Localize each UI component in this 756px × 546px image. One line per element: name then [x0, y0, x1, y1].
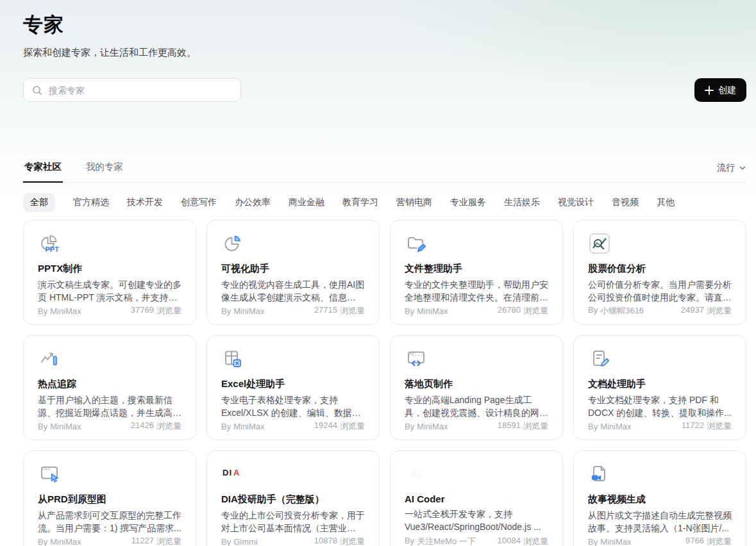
folder-clean-icon — [405, 232, 428, 255]
search-icon — [31, 85, 43, 96]
category-chip[interactable]: 创意写作 — [181, 193, 217, 212]
views-count: 18591 — [498, 420, 521, 432]
card-footer: By Gimmi 10878 浏览量 — [221, 536, 365, 546]
author-name: MiniMax — [600, 537, 631, 546]
views-count: 11227 — [131, 536, 154, 546]
card-views: 27715 浏览量 — [314, 305, 365, 317]
card-footer: By MiniMax 27715 浏览量 — [221, 305, 365, 317]
author-name: MiniMax — [233, 306, 264, 316]
card-author: By MiniMax — [38, 306, 81, 316]
views-label: 浏览量 — [156, 420, 181, 432]
category-chip[interactable]: 商业金融 — [289, 193, 324, 212]
views-label: 浏览量 — [340, 305, 365, 317]
card-footer: By 小螺帽3616 24937 浏览量 — [588, 305, 732, 317]
card-footer: By MiniMax 37769 浏览量 — [38, 305, 181, 317]
card-author: By MiniMax — [588, 537, 632, 546]
browser-cursor-icon — [38, 463, 61, 486]
expert-card[interactable]: 文件整理助手 专业的文件夹整理助手，帮助用户安全地整理和清理文件夹。在清理前自.… — [390, 220, 563, 325]
card-views: 19244 浏览量 — [314, 420, 365, 432]
expert-grid: PPT PPTX制作 演示文稿生成专家。可创建专业的多页 HTML-PPT 演示… — [23, 220, 746, 546]
expert-card[interactable]: 热点追踪 基于用户输入的主题，搜索最新信源、挖掘近期爆点话题，并生成高质... … — [23, 335, 196, 440]
category-chip[interactable]: 视觉设计 — [558, 193, 594, 212]
trend-chart-icon — [38, 347, 61, 370]
category-chip[interactable]: 官方精选 — [73, 193, 109, 212]
card-description: 基于用户输入的主题，搜索最新信源、挖掘近期爆点话题，并生成高质... — [38, 394, 181, 419]
experts-page: 专家 探索和创建专家，让生活和工作更高效。 创建 专家社区 我的专家 流行 全部… — [0, 12, 756, 546]
ai-coder-icon: AI — [405, 463, 428, 486]
stock-analysis-icon — [588, 232, 611, 255]
search-input[interactable] — [49, 85, 233, 95]
card-description: 从产品需求到可交互原型的完整工作流。当用户需要：1) 撰写产品需求... — [38, 509, 181, 534]
by-label: By — [405, 422, 414, 431]
card-title: 可视化助手 — [221, 263, 365, 275]
expert-card[interactable]: PPT PPTX制作 演示文稿生成专家。可创建专业的多页 HTML-PPT 演示… — [23, 220, 196, 325]
expert-card[interactable]: 从PRD到原型图 从产品需求到可交互原型的完整工作流。当用户需要：1) 撰写产品… — [23, 451, 196, 546]
expert-card[interactable]: DI A DIA投研助手（完整版） 专业的上市公司投资分析专家，用于对上市公司基… — [206, 451, 380, 546]
category-chip[interactable]: 专业服务 — [450, 193, 486, 212]
category-chip[interactable]: 音视频 — [612, 193, 639, 212]
views-count: 9766 — [685, 536, 704, 546]
views-count: 24937 — [681, 305, 704, 317]
category-chip[interactable]: 营销电商 — [396, 193, 432, 212]
card-description: 专业的高端Landing Page生成工具，创建视觉震撼、设计精良的网页。 — [405, 394, 548, 419]
author-name: MiniMax — [417, 306, 448, 316]
expert-card[interactable]: 可视化助手 专业的视觉内容生成工具，使用AI图像生成从零创建演示文稿、信息图、.… — [206, 220, 380, 325]
card-footer: By MiniMax 11722 浏览量 — [588, 420, 732, 432]
story-video-icon — [588, 463, 611, 486]
create-button[interactable]: 创建 — [694, 78, 746, 102]
card-views: 21426 浏览量 — [131, 420, 181, 432]
page-title: 专家 — [23, 12, 746, 38]
tab-my-experts[interactable]: 我的专家 — [85, 158, 124, 182]
card-views: 10084 浏览量 — [498, 536, 548, 546]
expert-card[interactable]: AI AI Coder 一站式全栈开发专家，支持 Vue3/React/Spri… — [390, 451, 563, 546]
card-author: By MiniMax — [221, 422, 265, 431]
card-title: 热点追踪 — [38, 378, 181, 390]
page-subtitle: 探索和创建专家，让生活和工作更高效。 — [23, 47, 746, 59]
category-chip[interactable]: 办公效率 — [235, 193, 271, 212]
card-description: 专业文档处理专家，支持 PDF 和 DOCX 的创建、转换、提取和操作... — [588, 394, 732, 419]
card-title: 文件整理助手 — [405, 263, 548, 275]
card-title: 故事视频生成 — [588, 493, 732, 506]
by-label: By — [405, 536, 414, 546]
chevron-down-icon — [739, 164, 746, 172]
card-title: 从PRD到原型图 — [38, 493, 181, 506]
card-views: 11227 浏览量 — [131, 536, 181, 546]
views-label: 浏览量 — [523, 420, 548, 432]
card-description: 专业的上市公司投资分析专家，用于对上市公司基本面情况（主营业务、... — [221, 509, 365, 534]
by-label: By — [38, 537, 47, 546]
expert-card[interactable]: Excel处理助手 专业电子表格处理专家，支持 Excel/XLSX 的创建、编… — [206, 335, 380, 440]
category-chip[interactable]: 教育学习 — [342, 193, 378, 212]
category-chip[interactable]: 技术开发 — [127, 193, 163, 212]
views-label: 浏览量 — [523, 305, 548, 317]
category-chip[interactable]: 生活娱乐 — [504, 193, 540, 212]
expert-card[interactable]: 股票价值分析 公司价值分析专家。当用户需要分析公司投资价值时使用此专家。请直接.… — [573, 220, 746, 325]
sort-dropdown[interactable]: 流行 — [717, 162, 746, 182]
author-name: 小螺帽3616 — [600, 305, 644, 317]
expert-card[interactable]: 故事视频生成 从图片或文字描述自动生成完整视频故事。支持灵活输入（1-N张图片/… — [573, 451, 746, 546]
views-count: 27715 — [314, 305, 337, 317]
views-label: 浏览量 — [707, 420, 732, 432]
card-description: 从图片或文字描述自动生成完整视频故事。支持灵活输入（1-N张图片/... — [588, 509, 732, 534]
author-name: MiniMax — [50, 306, 81, 316]
by-label: By — [221, 306, 231, 316]
sort-label: 流行 — [717, 162, 735, 174]
tab-expert-community[interactable]: 专家社区 — [23, 158, 63, 183]
card-footer: By MiniMax 19244 浏览量 — [221, 420, 365, 432]
category-chip[interactable]: 全部 — [23, 193, 55, 212]
plus-icon — [705, 86, 714, 95]
search-box[interactable] — [23, 78, 241, 102]
by-label: By — [221, 422, 231, 431]
expert-card[interactable]: 落地页制作 专业的高端Landing Page生成工具，创建视觉震撼、设计精良的… — [390, 335, 563, 440]
card-title: AI Coder — [405, 493, 548, 504]
expert-card[interactable]: 文档处理助手 专业文档处理专家，支持 PDF 和 DOCX 的创建、转换、提取和… — [573, 335, 746, 440]
card-author: By 关注MeMo 一下 — [405, 536, 476, 546]
author-name: MiniMax — [50, 422, 81, 431]
by-label: By — [38, 306, 47, 316]
search-row: 创建 — [23, 78, 746, 102]
card-views: 10878 浏览量 — [314, 536, 365, 546]
card-footer: By MiniMax 9766 浏览量 — [588, 536, 732, 546]
views-label: 浏览量 — [523, 536, 548, 546]
by-label: By — [588, 422, 598, 431]
card-footer: By MiniMax 18591 浏览量 — [405, 420, 548, 432]
category-chip[interactable]: 其他 — [657, 193, 675, 212]
